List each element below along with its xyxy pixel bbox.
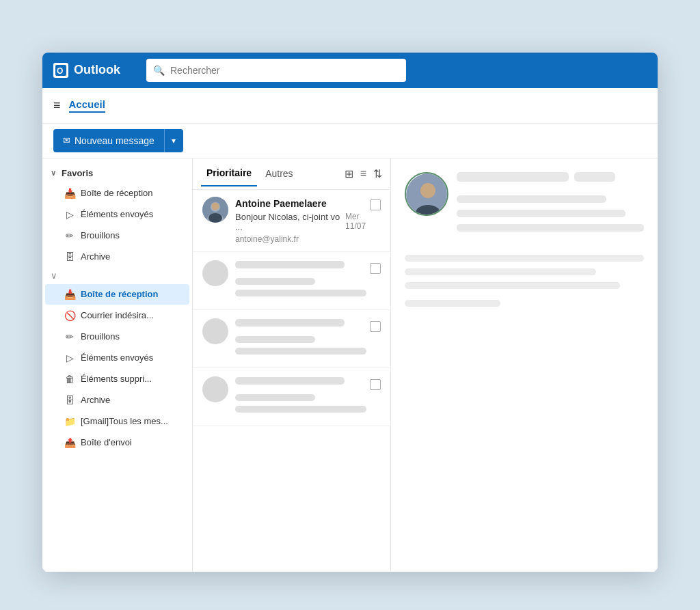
outlook-logo-icon: O	[53, 63, 68, 78]
new-message-button[interactable]: ✉ Nouveau message	[53, 129, 164, 152]
toolbar-row: ≡ Accueil	[42, 88, 658, 124]
inbox-main-icon: 📥	[64, 289, 75, 300]
sent2-icon: ▷	[64, 352, 75, 363]
sidebar-item-fav-archive[interactable]: 🗄 Archive	[45, 247, 189, 267]
outbox-icon: 📤	[64, 437, 75, 448]
filter-icon[interactable]: ≡	[360, 167, 366, 180]
svg-point-6	[208, 213, 222, 223]
skeleton-content-4	[235, 376, 381, 417]
inbox-label: Boîte de réception	[81, 289, 158, 299]
skeleton-line-2b	[235, 290, 366, 296]
email-from: antoine@yalink.fr	[235, 234, 299, 244]
drafts2-label: Brouillons	[81, 331, 120, 342]
reading-skeleton-content	[457, 172, 644, 238]
search-input[interactable]	[170, 65, 399, 76]
sort-icon[interactable]: ⇅	[373, 167, 382, 180]
skeleton-name-3	[235, 319, 345, 327]
reading-pane-avatar	[405, 172, 448, 216]
favorites-chevron-icon: ∨	[51, 169, 56, 178]
email-avatar-antoine	[202, 197, 228, 223]
compose-icon: ✉	[63, 135, 70, 145]
top-bar: O Outlook 🔍	[42, 53, 658, 88]
fav-inbox-label: Boîte de réception	[81, 188, 153, 198]
drafts-icon: ✏	[64, 230, 75, 241]
email-subject: Bonjour Nicolas, ci-joint vo ...	[235, 212, 345, 232]
new-message-label: Nouveau message	[75, 135, 154, 146]
gmail-all-label: [Gmail]Tous les mes...	[81, 416, 168, 426]
reading-body-2	[405, 268, 596, 275]
tab-accueil[interactable]: Accueil	[69, 98, 105, 113]
reading-skeleton-4	[457, 224, 644, 232]
sent2-label: Éléments envoyés	[81, 352, 153, 363]
junk-icon: 🚫	[64, 310, 75, 321]
reading-body-1	[405, 255, 644, 262]
sidebar-item-inbox[interactable]: 📥 Boîte de réception	[45, 284, 189, 305]
reading-body-3	[405, 282, 620, 289]
sidebar-item-junk[interactable]: 🚫 Courrier indésira...	[45, 305, 189, 326]
skeleton-check-2[interactable]	[370, 263, 381, 274]
sidebar-item-gmail-all[interactable]: 📁 [Gmail]Tous les mes...	[45, 411, 189, 432]
skeleton-email-2[interactable]	[193, 252, 390, 310]
inbox-icon: 📥	[64, 188, 75, 199]
email-list: Prioritaire Autres ⊞ ≡ ⇅	[193, 158, 391, 572]
skeleton-line-3a	[235, 336, 315, 343]
skeleton-line-2a	[235, 278, 315, 285]
view-toggle-icon[interactable]: ⊞	[345, 167, 353, 180]
hamburger-menu[interactable]: ≡	[53, 98, 61, 113]
email-checkbox[interactable]	[370, 199, 381, 210]
reading-skeleton-badge	[574, 172, 615, 182]
tab-autres[interactable]: Autres	[260, 161, 298, 186]
skeleton-avatar-2	[202, 260, 228, 286]
reading-pane	[391, 158, 658, 572]
reading-skeleton-title	[457, 172, 569, 182]
sidebar-item-drafts[interactable]: ✏ Brouillons	[45, 327, 189, 347]
skeleton-name-4	[235, 377, 345, 385]
email-list-actions: ⊞ ≡ ⇅	[345, 167, 382, 180]
skeleton-avatar-3	[202, 318, 228, 344]
archive-icon: 🗄	[64, 251, 75, 262]
sidebar-item-outbox[interactable]: 📤 Boîte d'envoi	[45, 432, 189, 453]
sidebar-item-sent[interactable]: ▷ Éléments envoyés	[45, 348, 189, 368]
email-meta-antoine: Antoine Paemelaere Bonjour Nicolas, ci-j…	[235, 197, 381, 245]
favorites-section-header[interactable]: ∨ Favoris	[42, 164, 192, 182]
reading-skeleton-3	[457, 210, 625, 217]
app-window: O Outlook 🔍 ≡ Accueil ✉ Nouveau message …	[42, 53, 658, 572]
skeleton-email-3[interactable]	[193, 310, 390, 368]
sidebar-item-archive[interactable]: 🗄 Archive	[45, 390, 189, 411]
email-list-body: Antoine Paemelaere Bonjour Nicolas, ci-j…	[193, 190, 390, 572]
sent-icon: ▷	[64, 209, 75, 220]
svg-point-5	[212, 202, 219, 210]
archive2-icon: 🗄	[64, 395, 75, 406]
new-message-row: ✉ Nouveau message ▾	[42, 124, 658, 158]
fav-drafts-label: Brouillons	[81, 230, 120, 240]
skeleton-line-4b	[235, 406, 366, 413]
main-content: ∨ Favoris 📥 Boîte de réception ▷ Élément…	[42, 158, 658, 572]
deleted-icon: 🗑	[64, 374, 75, 385]
email-list-tabs: Prioritaire Autres ⊞ ≡ ⇅	[193, 158, 390, 190]
skeleton-avatar-4	[202, 376, 228, 402]
skeleton-email-4[interactable]	[193, 368, 390, 426]
search-bar[interactable]: 🔍	[146, 59, 406, 82]
sidebar-item-fav-drafts[interactable]: ✏ Brouillons	[45, 225, 189, 246]
reading-body-skeleton	[405, 255, 644, 314]
search-icon: 🔍	[153, 65, 165, 76]
skeleton-check-4[interactable]	[370, 379, 381, 390]
skeleton-content-2	[235, 260, 381, 301]
skeleton-line-3b	[235, 348, 366, 355]
logo-area: O Outlook	[53, 63, 135, 78]
deleted-label: Éléments suppri...	[81, 374, 152, 384]
skeleton-check-3[interactable]	[370, 321, 381, 332]
email-item-antoine[interactable]: Antoine Paemelaere Bonjour Nicolas, ci-j…	[193, 190, 390, 252]
skeleton-name-2	[235, 261, 345, 268]
collapse-section-chevron[interactable]: ∨	[42, 268, 192, 283]
email-date: Mer 11/07	[345, 212, 381, 231]
tab-prioritaire[interactable]: Prioritaire	[201, 161, 257, 186]
favorites-label: Favoris	[62, 168, 93, 178]
sidebar-item-fav-inbox[interactable]: 📥 Boîte de réception	[45, 183, 189, 204]
new-message-dropdown-button[interactable]: ▾	[164, 129, 183, 152]
sidebar-item-deleted[interactable]: 🗑 Éléments suppri...	[45, 369, 189, 389]
sidebar-item-fav-sent[interactable]: ▷ Éléments envoyés	[45, 204, 189, 225]
reading-body-4	[405, 300, 500, 307]
brand-label: Outlook	[74, 63, 120, 77]
drafts2-icon: ✏	[64, 331, 75, 342]
